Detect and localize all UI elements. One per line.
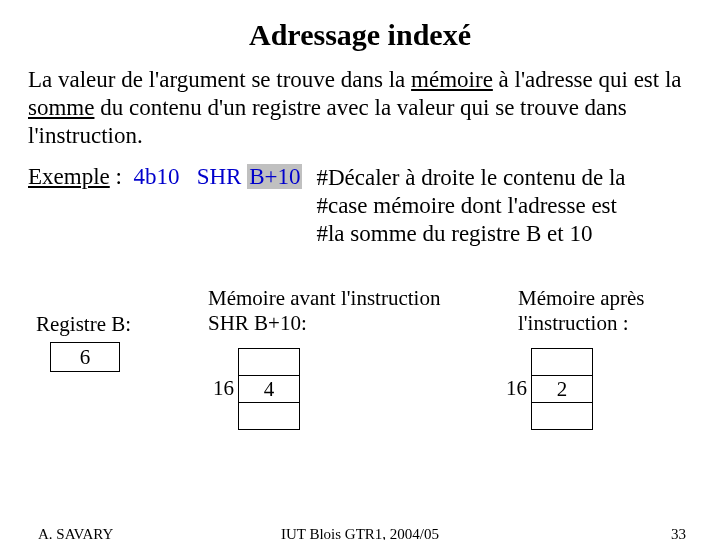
slide: Adressage indexé La valeur de l'argument… <box>0 0 720 540</box>
memory-after-label: Mémoire après l'instruction : <box>518 286 688 336</box>
memory-cell-empty <box>239 402 299 430</box>
memory-cell-empty <box>532 402 592 430</box>
page-title: Adressage indexé <box>28 18 692 52</box>
intro-paragraph: La valeur de l'argument se trouve dans l… <box>28 66 692 150</box>
mnemonic: SHR <box>197 164 242 189</box>
operand: B+10 <box>247 164 302 189</box>
example-label: Exemple <box>28 164 110 189</box>
register-label: Registre B: <box>36 312 131 337</box>
memory-address: 16 <box>213 376 234 401</box>
memory-before-label: Mémoire avant l'instruction SHR B+10: <box>208 286 448 336</box>
underline-memoire: mémoire <box>411 67 493 92</box>
text: du contenu d'un registre avec la valeur … <box>28 95 627 148</box>
text: à l'adresse qui est la <box>493 67 682 92</box>
comment-line: #case mémoire dont l'adresse est <box>316 192 625 220</box>
footer-page: 33 <box>671 526 686 540</box>
memory-cells: 4 <box>238 348 300 430</box>
example-line: Exemple : 4b10 SHR B+10 <box>28 164 302 190</box>
text: La valeur de l'argument se trouve dans l… <box>28 67 411 92</box>
underline-somme: somme <box>28 95 94 120</box>
example-row: Exemple : 4b10 SHR B+10 #Décaler à droit… <box>28 164 692 248</box>
memory-address: 16 <box>506 376 527 401</box>
memory-after-stack: 16 2 <box>531 348 593 430</box>
memory-cell-value: 4 <box>239 375 299 402</box>
memory-before-stack: 16 4 <box>238 348 300 430</box>
memory-cell-empty <box>239 348 299 375</box>
diagram-area: Registre B: 6 Mémoire avant l'instructio… <box>28 286 692 486</box>
comment-block: #Décaler à droite le contenu de la #case… <box>316 164 625 248</box>
memory-cell-empty <box>532 348 592 375</box>
colon: : <box>110 164 128 189</box>
comment-line: #Décaler à droite le contenu de la <box>316 164 625 192</box>
register-box: 6 <box>50 342 120 372</box>
memory-cells: 2 <box>531 348 593 430</box>
footer-center: IUT Blois GTR1, 2004/05 <box>0 526 720 540</box>
opcode: 4b10 <box>133 164 179 189</box>
comment-line: #la somme du registre B et 10 <box>316 220 625 248</box>
memory-cell-value: 2 <box>532 375 592 402</box>
